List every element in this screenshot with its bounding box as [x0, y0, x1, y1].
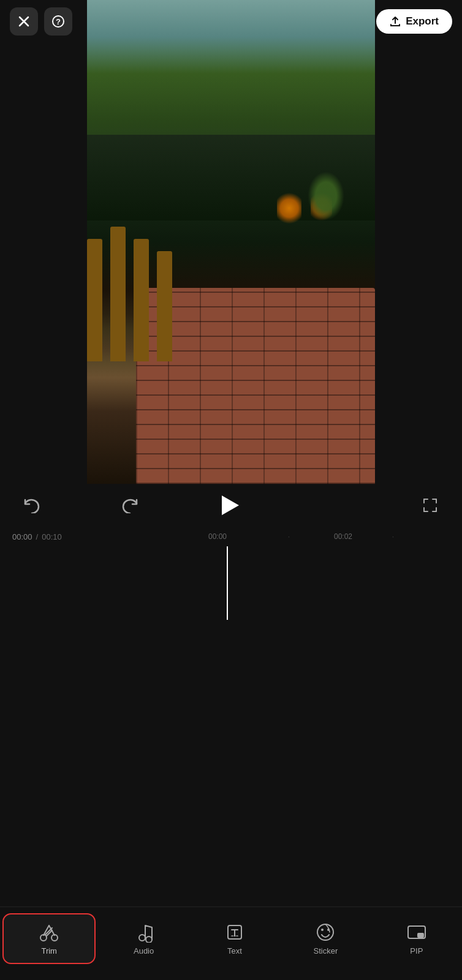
total-time: 00:10: [42, 532, 62, 541]
toolbar-item-pip[interactable]: PIP: [371, 914, 462, 963]
top-bar-left: ?: [10, 7, 72, 36]
track-area: Cover +: [0, 546, 462, 620]
svg-point-16: [321, 929, 324, 931]
current-time: 00:00: [12, 532, 32, 541]
export-icon: [390, 16, 401, 27]
playhead: [227, 546, 228, 620]
svg-rect-3: [423, 499, 425, 503]
fullscreen-icon: [422, 497, 439, 514]
video-preview: [87, 0, 375, 484]
redo-icon: [121, 497, 139, 513]
marker-0: 00:00: [208, 532, 227, 541]
fence-post-4: [157, 251, 172, 361]
fullscreen-button[interactable]: [417, 492, 444, 519]
svg-point-15: [317, 924, 333, 940]
left-panel: [0, 0, 87, 490]
fence-post-1: [87, 239, 102, 361]
svg-point-17: [327, 929, 330, 931]
play-button[interactable]: [214, 490, 244, 521]
undo-button[interactable]: [18, 492, 45, 519]
play-icon: [222, 496, 239, 515]
trim-icon: [39, 922, 59, 943]
text-icon: [224, 922, 245, 943]
toolbar-item-trim[interactable]: Trim: [2, 913, 96, 964]
toolbar-item-sticker[interactable]: Sticker: [280, 914, 371, 963]
svg-rect-9: [436, 507, 437, 512]
help-icon: ?: [52, 15, 64, 28]
time-separator: /: [36, 532, 39, 541]
svg-rect-19: [417, 933, 424, 938]
text-label: Text: [227, 946, 242, 956]
fence-area: [87, 190, 188, 361]
pip-label: PIP: [410, 946, 423, 956]
toolbar-item-audio[interactable]: Audio: [98, 914, 189, 963]
close-icon: [18, 16, 29, 27]
marker-2: 00:02: [334, 532, 352, 541]
close-button[interactable]: [10, 7, 38, 36]
trim-label: Trim: [41, 946, 57, 956]
help-button[interactable]: ?: [44, 7, 72, 36]
export-label: Export: [406, 15, 439, 28]
top-bar: ? Export: [0, 0, 462, 43]
bottom-toolbar: Trim Audio Text Sticker: [0, 907, 462, 980]
toolbar-item-text[interactable]: Text: [189, 914, 280, 963]
svg-rect-7: [423, 507, 425, 512]
dot-2: ·: [392, 533, 394, 540]
timeline-area: 00:00 / 00:10 00:00 · 00:02 · Cover: [0, 527, 462, 907]
dot-1: ·: [288, 533, 290, 540]
sticker-label: Sticker: [314, 946, 338, 956]
right-panel: [375, 0, 462, 490]
audio-icon: [134, 922, 154, 943]
controls-bar: [0, 484, 462, 527]
undo-icon: [23, 497, 41, 513]
svg-text:?: ?: [56, 17, 61, 26]
pip-icon: [406, 922, 427, 943]
svg-point-13: [146, 937, 152, 943]
plant: [308, 172, 344, 221]
fence-post-2: [110, 227, 126, 361]
export-button[interactable]: Export: [376, 9, 452, 34]
fence-post-3: [134, 239, 149, 361]
lantern-glow: [277, 190, 301, 227]
svg-rect-5: [436, 499, 437, 503]
audio-label: Audio: [134, 946, 154, 956]
sticker-icon: [315, 922, 336, 943]
video-background: [87, 0, 375, 484]
redo-button[interactable]: [116, 492, 143, 519]
svg-point-12: [139, 935, 145, 941]
time-display-row: 00:00 / 00:10 00:00 · 00:02 ·: [0, 527, 462, 546]
